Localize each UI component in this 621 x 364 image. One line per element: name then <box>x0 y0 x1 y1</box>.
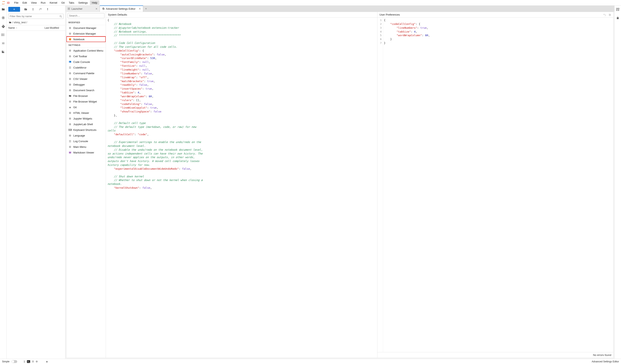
refresh-icon[interactable] <box>39 8 42 11</box>
sitem-html-viewer[interactable]: ⚙HTML Viewer <box>67 110 106 116</box>
sitem-jupyterlab-shell[interactable]: ⚙JupyterLab Shell <box>67 121 106 127</box>
new-folder-icon[interactable] <box>24 8 27 11</box>
svg-rect-21 <box>609 15 610 16</box>
menu-help[interactable]: Help <box>90 0 99 5</box>
sitem-notebook[interactable]: Notebook <box>67 36 106 42</box>
text-icon: ☰ <box>69 66 72 69</box>
gear-icon: ⚙ <box>69 145 72 148</box>
git-status-icon[interactable]: ◈ <box>46 360 48 363</box>
settings-search[interactable] <box>68 13 104 18</box>
item-label: Debugger <box>73 83 85 86</box>
sitem-markdown-viewer[interactable]: MMarkdown Viewer <box>67 150 106 155</box>
menu-edit[interactable]: Edit <box>20 0 29 5</box>
git-icon[interactable] <box>1 24 5 28</box>
svg-rect-3 <box>3 17 4 18</box>
folder-icon[interactable] <box>1 7 5 11</box>
col-name[interactable]: Name <box>7 25 43 31</box>
svg-point-1 <box>2 4 2 4</box>
upload-icon[interactable] <box>31 8 35 11</box>
user-code-editor[interactable]: 1234567 { "codeCellConfig": { "lineNumbe… <box>378 17 613 352</box>
debugger-icon[interactable] <box>616 16 620 20</box>
sitem-git[interactable]: ◈Git <box>67 104 106 110</box>
status-num-1: 1 <box>24 360 25 363</box>
svg-rect-17 <box>69 38 71 40</box>
file-filter[interactable] <box>8 14 64 19</box>
menu-view[interactable]: View <box>29 0 39 5</box>
extension-icon[interactable] <box>1 50 5 54</box>
item-label: Git <box>73 106 77 109</box>
menu-tabs[interactable]: Tabs <box>67 0 76 5</box>
gear-icon: ⚙ <box>69 26 72 30</box>
item-label: Notebook <box>73 38 85 41</box>
menu-file[interactable]: File <box>12 0 20 5</box>
item-label: Keyboard Shortcuts <box>73 128 96 131</box>
gear-icon: ⚙ <box>69 55 72 58</box>
sitem-log-console[interactable]: ☰Log Console <box>67 138 106 144</box>
sitem-language[interactable]: ⚙Language <box>67 133 106 138</box>
tab-launcher[interactable]: Launcher ✕ <box>65 6 100 12</box>
user-title: User Preferences <box>380 13 400 16</box>
col-modified[interactable]: Last Modified <box>43 25 65 31</box>
line-gutter: 1234567 <box>378 17 383 352</box>
running-icon[interactable] <box>1 16 5 20</box>
sitem-code-console[interactable]: Code Console <box>67 59 106 65</box>
sitem-csv-viewer[interactable]: ⚙CSV Viewer <box>67 76 106 82</box>
menu-bar: File Edit View Run Kernel Git Tabs Setti… <box>0 0 621 6</box>
folder-icon <box>9 21 12 24</box>
system-defaults-code[interactable]: { // Notebook // @jupyterlab/notebook-ex… <box>106 17 377 358</box>
svg-point-7 <box>2 34 2 34</box>
item-label: Markdown Viewer <box>73 151 94 154</box>
svg-line-29 <box>618 17 619 18</box>
gear-icon: ⚙ <box>69 72 72 75</box>
sitem-file-browser[interactable]: File Browser <box>67 93 106 99</box>
settings-search-input[interactable] <box>69 14 103 17</box>
simple-toggle[interactable] <box>12 360 17 363</box>
menu-run[interactable]: Run <box>39 0 48 5</box>
item-label: Language <box>73 134 85 137</box>
item-label: Log Console <box>73 140 88 143</box>
sitem-codemirror[interactable]: ☰CodeMirror <box>67 65 106 70</box>
sitem-app-context-menu[interactable]: ⚙Application Context Menu <box>67 48 106 53</box>
item-label: Cell Toolbar <box>73 55 87 58</box>
revert-icon[interactable] <box>603 13 606 16</box>
menu-settings[interactable]: Settings <box>76 0 90 5</box>
sitem-file-browser-widget[interactable]: ⚙File Browser Widget <box>67 99 106 104</box>
sitem-keyboard-shortcuts[interactable]: ⌨Keyboard Shortcuts <box>67 127 106 133</box>
sitem-command-palette[interactable]: ⚙Command Palette <box>67 70 106 76</box>
breadcrumb[interactable]: / shiny_test / <box>7 20 65 25</box>
tab-bar: Launcher ✕ Advanced Settings Editor ✕ <box>65 6 614 12</box>
add-tab-button[interactable] <box>143 6 149 12</box>
save-icon[interactable] <box>608 13 611 16</box>
sitem-document-manager[interactable]: ⚙Document Manager <box>67 25 106 31</box>
gear-icon: ⚙ <box>69 134 72 137</box>
sitem-main-menu[interactable]: ⚙Main Menu <box>67 144 106 150</box>
validation-status: No errors found <box>378 352 613 358</box>
new-launcher-button[interactable] <box>8 7 20 12</box>
sitem-jupyter-widgets[interactable]: ⚙Jupyter Widgets <box>67 116 106 121</box>
close-icon[interactable]: ✕ <box>137 7 141 10</box>
terminal-icon[interactable]: >_ <box>27 360 30 363</box>
tab-label: Launcher <box>71 7 82 10</box>
file-browser-panel: / shiny_test / Name Last Modified <box>7 6 65 359</box>
markdown-icon: M <box>69 151 72 154</box>
tab-advanced-settings[interactable]: Advanced Settings Editor ✕ <box>100 5 143 12</box>
file-filter-input[interactable] <box>10 15 58 18</box>
close-icon[interactable]: ✕ <box>93 7 98 10</box>
item-label: Code Console <box>73 61 90 63</box>
menu-kernel[interactable]: Kernel <box>48 0 59 5</box>
property-inspector-icon[interactable] <box>616 8 620 11</box>
toc-icon[interactable] <box>1 33 5 37</box>
search-icon <box>59 15 62 18</box>
gear-icon: ⚙ <box>69 89 72 92</box>
nbqa-icon[interactable] <box>1 41 5 45</box>
sitem-document-search[interactable]: ⚙Document Search <box>67 87 106 93</box>
gear-icon[interactable]: ⚙ <box>36 360 38 363</box>
svg-point-0 <box>4 1 5 2</box>
sitem-debugger[interactable]: ⚙Debugger <box>67 82 106 87</box>
git-toggle-icon[interactable] <box>46 8 49 11</box>
item-label: Document Manager <box>73 27 96 30</box>
status-bar: Simple 1 >_ 0 ⚙ ◈ Advanced Settings Edit… <box>0 359 621 364</box>
sitem-cell-toolbar[interactable]: ⚙Cell Toolbar <box>67 53 106 59</box>
sitem-extension-manager[interactable]: ⚙Extension Manager <box>67 31 106 36</box>
menu-git[interactable]: Git <box>59 0 67 5</box>
